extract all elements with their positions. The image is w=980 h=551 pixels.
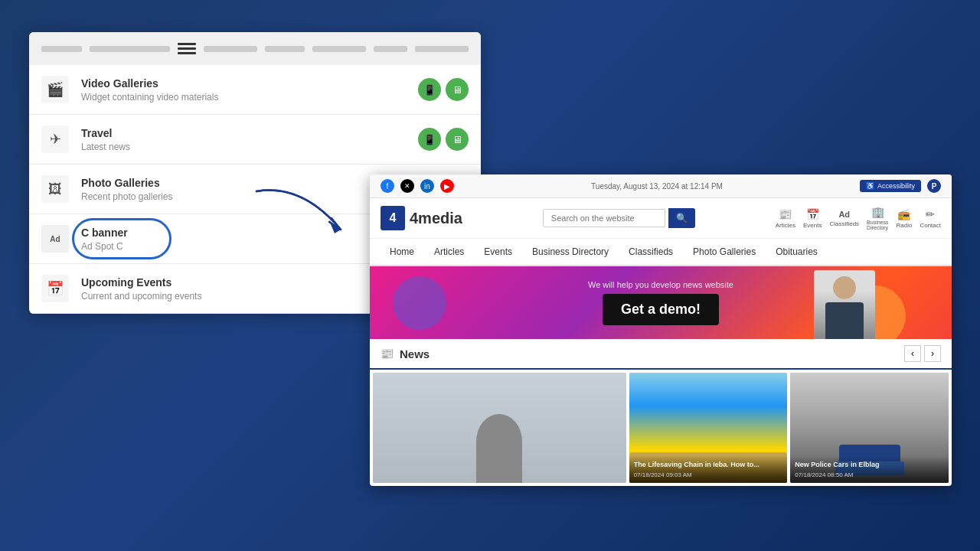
- mobile-button[interactable]: 📱: [418, 78, 441, 101]
- articles-label: Articles: [776, 222, 795, 229]
- nav-photo-galleries[interactable]: Photo Galleries: [684, 239, 765, 265]
- events-label: Events: [803, 222, 822, 229]
- banner-cta-button[interactable]: Get a demo!: [603, 294, 719, 325]
- news-icon: 📰: [381, 347, 394, 360]
- nav-articles[interactable]: Articles: [425, 239, 473, 265]
- social-icons: f ✕ in ▶: [381, 179, 454, 193]
- video-icon: 🎬: [41, 76, 69, 103]
- contact-icon: ✏: [926, 208, 935, 220]
- news-next-button[interactable]: ›: [924, 345, 941, 362]
- item-title: Video Galleries: [81, 77, 406, 90]
- site-logo[interactable]: 4 4media: [381, 206, 462, 230]
- contact-label: Contact: [920, 222, 941, 229]
- item-title: Travel: [81, 127, 406, 139]
- p-badge[interactable]: P: [927, 179, 941, 193]
- news-card-police[interactable]: New Police Cars in Elblag 07/18/2024 08:…: [790, 373, 949, 483]
- banner-person-image: [814, 270, 875, 339]
- news-card-beach[interactable]: The Lifesaving Chain in Ieba. How to... …: [629, 373, 788, 483]
- header-decoration-1: [41, 46, 82, 52]
- linkedin-icon[interactable]: in: [420, 179, 434, 193]
- list-item: 🎬 Video Galleries Widget containing vide…: [29, 65, 481, 115]
- card-date: 07/18/2024 08:50 AM: [795, 471, 944, 478]
- events-icon: 📅: [806, 208, 819, 220]
- website-preview: f ✕ in ▶ Tuesday, August 13, 2024 at 12:…: [370, 174, 952, 486]
- articles-icon: 📰: [779, 208, 792, 220]
- person-body: [825, 302, 864, 339]
- search-input[interactable]: [543, 209, 665, 227]
- mobile-button[interactable]: 📱: [418, 128, 441, 151]
- device-buttons: 📱 🖥: [418, 78, 469, 101]
- events-icon-item[interactable]: 📅 Events: [803, 208, 822, 229]
- classifieds-icon-item[interactable]: Ad Classifieds: [829, 210, 859, 227]
- banner-decoration-left: [393, 276, 446, 330]
- header-decoration-5: [312, 46, 366, 52]
- search-area: 🔍: [543, 208, 695, 228]
- search-button[interactable]: 🔍: [668, 208, 695, 228]
- nav-obituaries[interactable]: Obituaries: [766, 239, 827, 265]
- photo-icon: 🖼: [41, 175, 69, 203]
- accessibility-button[interactable]: ♿ Accessibility: [860, 180, 921, 192]
- card-overlay: The Lifesaving Chain in Ieba. How to... …: [629, 456, 788, 483]
- device-buttons: 📱 🖥: [418, 128, 469, 151]
- events-icon: 📅: [41, 275, 69, 302]
- twitter-icon[interactable]: ✕: [400, 179, 414, 193]
- header-decoration-4: [265, 46, 305, 52]
- person-silhouette: [476, 414, 522, 483]
- nav-business-directory[interactable]: Business Directory: [523, 239, 618, 265]
- hamburger-icon[interactable]: [178, 43, 196, 54]
- card-date: 07/18/2024 09:03 AM: [634, 471, 783, 478]
- facebook-icon[interactable]: f: [381, 179, 394, 193]
- news-title-area: 📰 News: [381, 347, 430, 360]
- business-label: BusinessDirectory: [867, 220, 888, 230]
- header-decoration-3: [204, 46, 257, 52]
- radio-label: Radio: [897, 222, 913, 229]
- panel-header: [29, 32, 481, 65]
- header-decoration-7: [415, 46, 469, 52]
- news-prev-button[interactable]: ‹: [904, 345, 921, 362]
- card-title: The Lifesaving Chain in Ieba. How to...: [634, 461, 783, 470]
- banner-text-area: We will help you develop news website Ge…: [588, 280, 733, 325]
- logo-icon: 4: [381, 206, 405, 230]
- youtube-icon[interactable]: ▶: [440, 179, 454, 193]
- site-navigation: Home Articles Events Business Directory …: [370, 239, 952, 266]
- main-card-image: [373, 373, 626, 483]
- news-grid: The Lifesaving Chain in Ieba. How to... …: [370, 370, 952, 486]
- list-item: ✈ Travel Latest news 📱 🖥: [29, 115, 481, 165]
- card-title: New Police Cars in Elblag: [795, 461, 944, 470]
- site-top-bar: f ✕ in ▶ Tuesday, August 13, 2024 at 12:…: [370, 174, 952, 198]
- news-navigation: ‹ ›: [904, 345, 941, 362]
- desktop-button[interactable]: 🖥: [446, 78, 469, 101]
- classifieds-label: Classifieds: [829, 220, 859, 227]
- business-directory-icon-item[interactable]: 🏢 BusinessDirectory: [867, 206, 888, 230]
- header-decoration-6: [374, 46, 407, 52]
- banner-subtitle: We will help you develop news website: [588, 280, 733, 289]
- news-section: 📰 News ‹ › The Lifesaving Chain: [370, 339, 952, 486]
- news-section-title: News: [400, 347, 430, 360]
- logo-text: 4media: [410, 210, 462, 227]
- desktop-button[interactable]: 🖥: [446, 128, 469, 151]
- card-overlay: New Police Cars in Elblag 07/18/2024 08:…: [790, 456, 949, 483]
- date-display: Tuesday, August 13, 2024 at 12:14 PM: [591, 182, 723, 191]
- header-decoration-2: [90, 46, 170, 52]
- radio-icon-item[interactable]: 📻 Radio: [897, 208, 913, 229]
- nav-events[interactable]: Events: [475, 239, 521, 265]
- articles-icon-item[interactable]: 📰 Articles: [776, 208, 795, 229]
- site-header: 4 4media 🔍 📰 Articles 📅 Events Ad Classi…: [370, 198, 952, 239]
- nav-home[interactable]: Home: [381, 239, 423, 265]
- travel-icon: ✈: [41, 126, 69, 153]
- header-icons: 📰 Articles 📅 Events Ad Classifieds 🏢 Bus…: [776, 206, 941, 230]
- person-head: [833, 276, 856, 299]
- item-subtitle: Latest news: [81, 142, 406, 152]
- accessibility-icon: ♿: [866, 182, 874, 190]
- contact-icon-item[interactable]: ✏ Contact: [920, 208, 941, 229]
- business-icon: 🏢: [871, 206, 884, 218]
- nav-classifieds[interactable]: Classifieds: [619, 239, 682, 265]
- site-banner: We will help you develop news website Ge…: [370, 266, 952, 339]
- classifieds-icon: Ad: [838, 210, 850, 219]
- news-section-header: 📰 News ‹ ›: [370, 339, 952, 370]
- top-right-area: ♿ Accessibility P: [860, 179, 941, 193]
- radio-icon: 📻: [897, 208, 910, 220]
- news-card-main[interactable]: [373, 373, 626, 483]
- item-subtitle: Widget containing video materials: [81, 92, 406, 103]
- ad-icon: Ad: [41, 225, 69, 253]
